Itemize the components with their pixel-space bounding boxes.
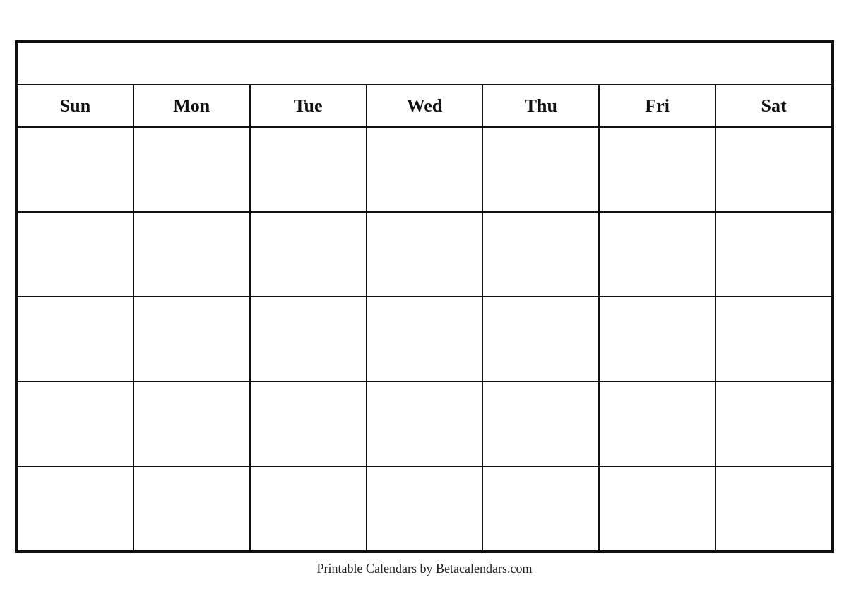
cell-r4-tue <box>250 381 367 466</box>
cell-r5-sun <box>17 466 133 551</box>
cell-r2-sun <box>17 212 133 297</box>
day-header-sat: Sat <box>716 85 832 127</box>
cell-r3-sat <box>716 297 832 381</box>
cell-r5-thu <box>482 466 599 551</box>
cell-r3-tue <box>250 297 367 381</box>
cell-r1-sat <box>716 127 832 212</box>
cell-r3-wed <box>367 297 483 381</box>
calendar-row-4 <box>17 381 832 466</box>
day-header-sun: Sun <box>17 85 133 127</box>
cell-r2-sat <box>716 212 832 297</box>
cell-r4-mon <box>133 381 250 466</box>
cell-r3-mon <box>133 297 250 381</box>
cell-r4-sat <box>716 381 832 466</box>
cell-r5-mon <box>133 466 250 551</box>
calendar-row-1 <box>17 127 832 212</box>
cell-r4-thu <box>482 381 599 466</box>
cell-r1-sun <box>17 127 133 212</box>
cell-r5-tue <box>250 466 367 551</box>
cell-r4-sun <box>17 381 133 466</box>
calendar-table: Sun Mon Tue Wed Thu Fri Sat <box>16 42 833 552</box>
day-header-fri: Fri <box>599 85 716 127</box>
calendar-title <box>17 42 832 85</box>
calendar-row-2 <box>17 212 832 297</box>
day-header-thu: Thu <box>482 85 599 127</box>
cell-r1-wed <box>367 127 483 212</box>
cell-r1-tue <box>250 127 367 212</box>
day-header-tue: Tue <box>250 85 367 127</box>
cell-r2-thu <box>482 212 599 297</box>
day-header-wed: Wed <box>367 85 483 127</box>
calendar-wrapper: Sun Mon Tue Wed Thu Fri Sat <box>15 40 834 576</box>
calendar-container: Sun Mon Tue Wed Thu Fri Sat <box>15 40 834 553</box>
cell-r2-tue <box>250 212 367 297</box>
cell-r1-fri <box>599 127 716 212</box>
cell-r1-mon <box>133 127 250 212</box>
cell-r1-thu <box>482 127 599 212</box>
cell-r2-mon <box>133 212 250 297</box>
cell-r3-thu <box>482 297 599 381</box>
cell-r5-wed <box>367 466 483 551</box>
calendar-row-3 <box>17 297 832 381</box>
cell-r2-wed <box>367 212 483 297</box>
cell-r5-sat <box>716 466 832 551</box>
cell-r4-wed <box>367 381 483 466</box>
calendar-row-5 <box>17 466 832 551</box>
cell-r2-fri <box>599 212 716 297</box>
cell-r3-fri <box>599 297 716 381</box>
cell-r4-fri <box>599 381 716 466</box>
cell-r5-fri <box>599 466 716 551</box>
day-header-mon: Mon <box>133 85 250 127</box>
cell-r3-sun <box>17 297 133 381</box>
footer-text: Printable Calendars by Betacalendars.com <box>317 562 533 576</box>
